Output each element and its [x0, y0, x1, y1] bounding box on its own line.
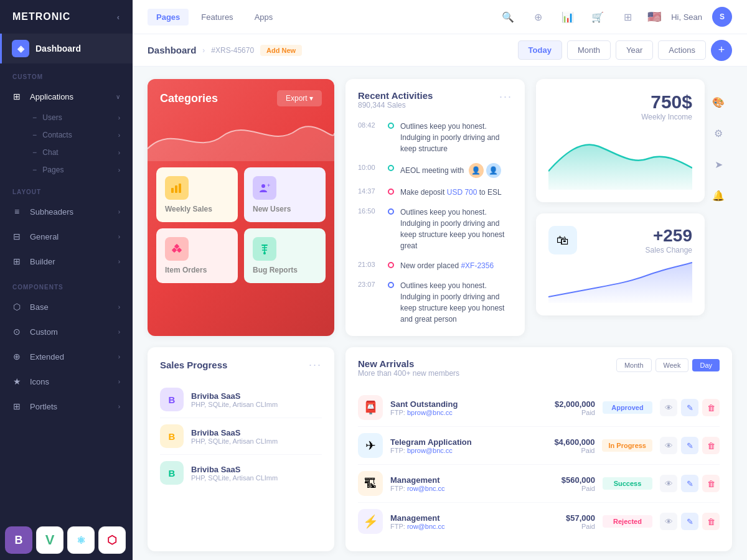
export-button[interactable]: Export ▾ — [277, 90, 322, 106]
chevron-right-icon: › — [118, 258, 120, 265]
subheader-actions: Today Month Year Actions + — [518, 40, 732, 61]
right-panel-icons: 🎨 ⚙ ➤ 🔔 — [705, 79, 732, 336]
notification-icon[interactable]: 🔔 — [708, 185, 729, 206]
icons-icon: ★ — [10, 375, 24, 388]
delete-button[interactable]: 🗑 — [702, 399, 720, 416]
sales-progress-card: Sales Progress ··· B Briviba SaaS PHP, S… — [148, 347, 334, 551]
user-avatar[interactable]: S — [712, 7, 732, 27]
sales-change-label: Sales Change — [646, 246, 692, 254]
category-tile-new-users[interactable]: + New Users — [244, 167, 326, 222]
filter-month-button[interactable]: Month — [616, 358, 652, 372]
react-logo[interactable]: ⚛ — [67, 526, 95, 554]
nav-tab-pages[interactable]: Pages — [148, 9, 189, 26]
portlets-icon: ⊞ — [10, 399, 24, 413]
weekly-sales-icon — [165, 176, 189, 200]
activity-item: 21:03 New order placed #XF-2356 — [358, 260, 512, 271]
wave-chart — [148, 111, 334, 161]
bootstrap-logo[interactable]: B — [5, 526, 32, 554]
sales-change-chart — [548, 259, 692, 303]
sidebar-item-applications[interactable]: ⊞ Applications ∨ — [0, 84, 133, 109]
sidebar-item-extended[interactable]: ⊕ Extended › — [0, 344, 133, 369]
income-amount: 750$ — [548, 91, 692, 113]
view-button[interactable]: 👁 — [660, 437, 677, 454]
sales-progress-item: B Briviba SaaS PHP, SQLite, Artisan CLIm… — [160, 418, 322, 455]
sidebar-item-dashboard[interactable]: ◈ Dashboard — [0, 34, 133, 63]
view-button[interactable]: 👁 — [660, 475, 677, 492]
grid-icon[interactable]: ⊞ — [618, 7, 637, 27]
base-icon: ⬡ — [10, 300, 24, 314]
sidebar-item-portlets[interactable]: ⊞ Portlets › — [0, 394, 133, 419]
activity-item: 08:42 Outlines keep you honest. Indulgin… — [358, 121, 512, 154]
edit-button[interactable]: ✎ — [681, 437, 698, 454]
sales-change-amount: +259 — [646, 226, 692, 246]
svg-rect-1 — [175, 185, 177, 193]
chevron-right-icon: › — [118, 233, 120, 240]
income-chart — [548, 128, 692, 190]
app-info-sant: Sant Outstanding FTP: bprow@bnc.cc — [390, 399, 532, 416]
recent-activities-menu[interactable]: ··· — [499, 90, 512, 103]
recent-activities-subtitle: 890,344 Sales — [358, 101, 433, 110]
nav-tab-apps[interactable]: Apps — [246, 9, 282, 26]
sidebar-item-icons[interactable]: ★ Icons › — [0, 369, 133, 394]
sidebar-item-chat[interactable]: − Chat › — [22, 144, 133, 161]
sales-progress-title: Sales Progress — [160, 360, 227, 370]
sidebar: METRONIC ‹ ◈ Dashboard CUSTOM ⊞ Applicat… — [0, 0, 133, 560]
settings-icon[interactable]: ⚙ — [708, 123, 729, 144]
sidebar-item-subheaders[interactable]: ≡ Subheaders › — [0, 199, 133, 224]
chevron-right-icon: › — [118, 304, 120, 310]
cart-icon[interactable]: 🛒 — [588, 7, 608, 27]
add-button[interactable]: + — [711, 40, 732, 61]
app-amount-sant: $2,000,000 Paid — [539, 399, 595, 416]
add-new-badge[interactable]: Add New — [260, 45, 302, 56]
today-button[interactable]: Today — [518, 40, 562, 60]
chevron-down-icon: ∨ — [116, 93, 120, 100]
main-area: Pages Features Apps 🔍 ⊕ 📊 🛒 ⊞ 🇺🇸 Hi, Sea… — [133, 0, 747, 560]
sidebar-item-base[interactable]: ⬡ Base › — [0, 294, 133, 319]
send-icon[interactable]: ➤ — [708, 154, 729, 175]
edit-button[interactable]: ✎ — [681, 399, 698, 416]
row-actions: 👁 ✎ 🗑 — [660, 399, 720, 416]
category-tile-weekly-sales[interactable]: Weekly Sales — [156, 167, 238, 222]
view-button[interactable]: 👁 — [660, 513, 677, 530]
actions-button[interactable]: Actions — [658, 40, 706, 60]
color-picker-icon[interactable]: 🎨 — [708, 91, 729, 113]
delete-button[interactable]: 🗑 — [702, 475, 720, 492]
chart-icon[interactable]: 📊 — [558, 7, 578, 27]
vue-logo[interactable]: V — [36, 526, 63, 554]
category-tile-bug-reports[interactable]: Bug Reports — [244, 228, 326, 283]
filter-week-button[interactable]: Week — [655, 358, 689, 372]
month-button[interactable]: Month — [567, 40, 611, 60]
activity-item: 10:00 AEOL meeting with 👤 👤 — [358, 163, 512, 178]
sidebar-item-custom[interactable]: ⊙ Custom › — [0, 319, 133, 344]
filter-day-button[interactable]: Day — [692, 359, 720, 371]
app-icon-management2: ⚡ — [358, 509, 383, 534]
sidebar-item-pages[interactable]: − Pages › — [22, 161, 133, 179]
share-icon[interactable]: ⊕ — [528, 7, 548, 27]
weekly-income-card: 750$ Weekly Income — [536, 79, 705, 202]
bottom-row: Sales Progress ··· B Briviba SaaS PHP, S… — [148, 347, 732, 551]
sales-progress-item: B Briviba SaaS PHP, SQLite, Artisan CLIm… — [160, 381, 322, 418]
sp-avatar: B — [160, 461, 184, 485]
edit-button[interactable]: ✎ — [681, 513, 698, 530]
delete-button[interactable]: 🗑 — [702, 437, 720, 454]
sidebar-item-users[interactable]: − Users › — [22, 109, 133, 126]
angular-logo[interactable]: ⬡ — [98, 526, 126, 554]
sidebar-item-general[interactable]: ⊟ General › — [0, 224, 133, 249]
sidebar-item-builder[interactable]: ⊞ Builder › — [0, 249, 133, 274]
edit-button[interactable]: ✎ — [681, 475, 698, 492]
sp-item-info: Briviba SaaS PHP, SQLite, Artisan CLImm — [191, 428, 322, 445]
nav-tab-features[interactable]: Features — [192, 9, 242, 26]
income-label: Weekly Income — [548, 113, 692, 121]
sidebar-item-contacts[interactable]: − Contacts › — [22, 126, 133, 144]
flag-icon: 🇺🇸 — [647, 10, 661, 24]
year-button[interactable]: Year — [616, 40, 653, 60]
chevron-right-icon: › — [118, 132, 120, 139]
category-tile-item-orders[interactable]: Item Orders — [156, 228, 238, 283]
row-actions: 👁 ✎ 🗑 — [660, 513, 720, 530]
search-icon[interactable]: 🔍 — [498, 7, 518, 27]
sales-progress-menu[interactable]: ··· — [309, 358, 322, 371]
sidebar-collapse-arrow[interactable]: ‹ — [117, 12, 120, 22]
delete-button[interactable]: 🗑 — [702, 513, 720, 530]
view-button[interactable]: 👁 — [660, 399, 677, 416]
chevron-right-icon: › — [118, 208, 120, 215]
